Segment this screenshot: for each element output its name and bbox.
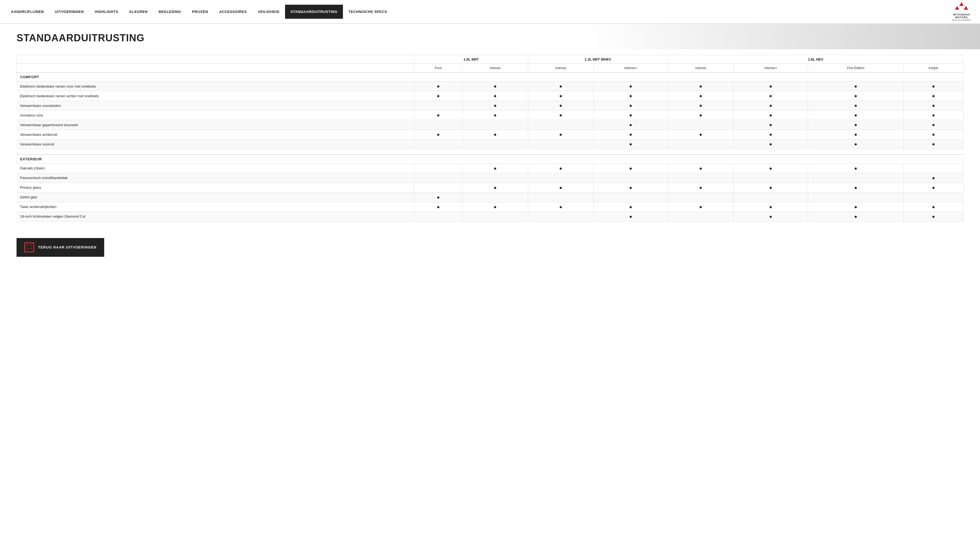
nav-item-uitvoeringen[interactable]: UITVOERINGEN xyxy=(49,5,89,19)
svg-marker-2 xyxy=(964,6,968,10)
dot-cell xyxy=(668,120,733,130)
dot-cell xyxy=(414,173,462,183)
feature-name-cell: Elektrisch bedienbare ramen voor met sne… xyxy=(17,81,414,91)
table-row: Verwarmbaar geperforeerd stuurwiel●●●● xyxy=(17,120,964,130)
dot-indicator: ● xyxy=(769,93,772,98)
dot-cell: ● xyxy=(733,183,808,192)
dot-indicator: ● xyxy=(629,84,632,89)
dot-cell: ● xyxy=(593,211,668,221)
nav-item-veiligheid[interactable]: VEILIGHEID xyxy=(252,5,285,19)
dot-indicator: ● xyxy=(854,84,858,89)
dot-indicator: ● xyxy=(699,113,702,118)
dot-cell: ● xyxy=(904,173,964,183)
dot-cell: ● xyxy=(904,101,964,111)
dot-cell: ● xyxy=(733,111,808,120)
svg-marker-1 xyxy=(955,6,959,10)
dot-cell xyxy=(414,211,462,221)
dot-cell: ● xyxy=(668,164,733,173)
feature-name-cell: Panoramisch schuif/kanteldak xyxy=(17,173,414,183)
dot-cell: ● xyxy=(528,101,593,111)
nav-item-highlights[interactable]: HIGHLIGHTS xyxy=(89,5,124,19)
dot-indicator: ● xyxy=(494,204,497,210)
table-row: Elektrisch bedienbare ramen achter met s… xyxy=(17,91,964,101)
dot-indicator: ● xyxy=(932,132,935,137)
dot-cell: ● xyxy=(462,101,528,111)
dot-cell: ● xyxy=(668,130,733,140)
feature-name-cell: Verwarmbare voorstoelen xyxy=(17,101,414,111)
dot-cell xyxy=(904,164,964,173)
back-button[interactable]: ⛶ TERUG NAAR UITVOERINGEN xyxy=(16,238,104,257)
dot-cell: ● xyxy=(808,183,904,192)
feature-name-cell: Verwarmbare achterruit xyxy=(17,130,414,140)
dot-cell: ● xyxy=(904,202,964,211)
variant-empty-header xyxy=(17,64,414,73)
table-row: Verwarmbare achterruit●●●●●●●● xyxy=(17,130,964,140)
dot-indicator: ● xyxy=(854,113,858,118)
dot-indicator: ● xyxy=(932,84,935,89)
variant-pure: Pure xyxy=(414,64,462,73)
dot-cell: ● xyxy=(904,183,964,192)
dot-cell xyxy=(668,173,733,183)
dot-cell: ● xyxy=(733,164,808,173)
nav-item-technische-specs[interactable]: TECHNISCHE SPECS xyxy=(343,5,393,19)
nav-item-aandrijflijnen[interactable]: AANDRIJFLIJNEN xyxy=(5,5,49,19)
dot-cell: ● xyxy=(528,202,593,211)
dot-indicator: ● xyxy=(699,132,702,137)
dot-cell xyxy=(462,140,528,149)
dot-cell: ● xyxy=(733,101,808,111)
dot-indicator: ● xyxy=(854,122,858,127)
dot-cell xyxy=(462,211,528,221)
dot-indicator: ● xyxy=(437,132,440,137)
dot-cell xyxy=(414,140,462,149)
dot-indicator: ● xyxy=(559,165,562,171)
dot-indicator: ● xyxy=(699,84,702,89)
nav-item-standaarduitrusting[interactable]: STANDAARDUITRUSTING xyxy=(285,5,343,19)
table-row: Getint glas● xyxy=(17,192,964,202)
dot-cell: ● xyxy=(593,202,668,211)
dot-cell: ● xyxy=(528,81,593,91)
dot-indicator: ● xyxy=(629,141,632,147)
feature-name-cell: Armsteun voor xyxy=(17,111,414,120)
dot-cell xyxy=(593,192,668,202)
variant-header-row: Pure Intense Intense Intense+ Intense In… xyxy=(17,64,964,73)
dot-indicator: ● xyxy=(699,165,702,171)
dot-cell: ● xyxy=(593,183,668,192)
nav-item-prijzen[interactable]: PRIJZEN xyxy=(187,5,214,19)
feature-col-header xyxy=(17,55,414,64)
feature-name-cell: Getint glas xyxy=(17,192,414,202)
dot-cell: ● xyxy=(462,164,528,173)
dot-cell: ● xyxy=(808,164,904,173)
engine-2-header: 1.3L 6MT MHEV xyxy=(528,55,668,64)
nav-item-accessoires[interactable]: ACCESSOIRES xyxy=(214,5,252,19)
dot-cell xyxy=(808,173,904,183)
dot-cell: ● xyxy=(733,91,808,101)
dot-indicator: ● xyxy=(559,84,562,89)
dot-cell: ● xyxy=(593,91,668,101)
dot-indicator: ● xyxy=(494,113,497,118)
dot-cell: ● xyxy=(593,130,668,140)
table-row: Privacy glass●●●●●●● xyxy=(17,183,964,192)
nav-item-kleuren[interactable]: KLEUREN xyxy=(124,5,153,19)
dot-cell: ● xyxy=(462,91,528,101)
dot-cell: ● xyxy=(733,130,808,140)
dot-indicator: ● xyxy=(559,132,562,137)
dot-indicator: ● xyxy=(699,103,702,108)
dot-cell: ● xyxy=(668,91,733,101)
dot-indicator: ● xyxy=(932,175,935,181)
dot-cell: ● xyxy=(668,101,733,111)
dot-indicator: ● xyxy=(629,214,632,219)
dot-cell: ● xyxy=(668,183,733,192)
dot-cell: ● xyxy=(733,140,808,149)
dot-cell: ● xyxy=(904,140,964,149)
dot-indicator: ● xyxy=(769,132,772,137)
dot-cell xyxy=(733,192,808,202)
dot-indicator: ● xyxy=(494,103,497,108)
group-label-exterieur: EXTERIEUR xyxy=(17,154,964,164)
nav-item-bekleding[interactable]: BEKLEDING xyxy=(153,5,186,19)
engine-header-row: 1.0L 6MT 1.3L 6MT MHEV 1.6L HEV xyxy=(17,55,964,64)
dot-indicator: ● xyxy=(932,204,935,210)
dot-cell: ● xyxy=(593,101,668,111)
dot-cell: ● xyxy=(528,164,593,173)
dot-cell: ● xyxy=(462,81,528,91)
dot-cell xyxy=(462,192,528,202)
